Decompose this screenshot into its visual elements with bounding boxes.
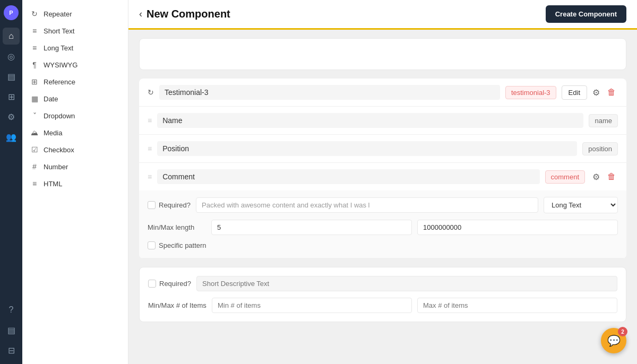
field-comment-header: ≡ comment ⚙ 🗑 xyxy=(139,163,626,190)
wysiwyg-icon: ¶ xyxy=(30,60,39,69)
max-length-input[interactable] xyxy=(417,220,618,235)
bottom-section: Required? Min/Max # of Items xyxy=(139,267,626,322)
page-header: ‹ New Component Create Component xyxy=(128,0,637,30)
chat-bubble[interactable]: 💬 2 xyxy=(601,328,626,353)
sidebar-item-html[interactable]: ≡ HTML xyxy=(22,175,128,192)
component-name-input[interactable] xyxy=(159,85,500,100)
date-icon: ▦ xyxy=(30,94,39,103)
sidebar-label-reference: Reference xyxy=(44,78,75,86)
sidebar-item-number[interactable]: # Number xyxy=(22,158,128,175)
repeater-icon: ↻ xyxy=(30,10,39,18)
type-select[interactable]: Long Text Short Text WYSIWYG HTML xyxy=(544,197,618,213)
bottom-minmax-row: Min/Max # of Items xyxy=(148,298,617,313)
component-panel: ↻ testimonial-3 Edit ⚙ 🗑 ≡ name ≡ positi xyxy=(139,79,626,258)
main-area: ‹ New Component Create Component ↻ testi… xyxy=(128,0,637,364)
nav-page-icon[interactable]: ▤ xyxy=(3,68,20,85)
min-length-input[interactable] xyxy=(211,220,412,235)
ghost-panel xyxy=(139,38,626,70)
minmax-row: Min/Max length xyxy=(148,220,618,235)
field-row-name: ≡ name xyxy=(139,107,626,135)
component-slug-badge: testimonial-3 xyxy=(505,86,556,99)
bottom-required-wrap: Required? xyxy=(148,280,191,288)
field-gear-button[interactable]: ⚙ xyxy=(590,170,602,184)
chat-icon: 💬 xyxy=(607,334,621,347)
chat-badge: 2 xyxy=(618,327,627,336)
component-header-row: ↻ testimonial-3 Edit ⚙ 🗑 xyxy=(139,79,626,107)
dropdown-icon: ˅ xyxy=(30,111,39,120)
back-button[interactable]: ‹ xyxy=(139,8,142,20)
required-row: Required? Long Text Short Text WYSIWYG H… xyxy=(148,197,618,213)
sidebar-item-long-text[interactable]: ≡ Long Text xyxy=(22,39,128,56)
field-comment-body: Required? Long Text Short Text WYSIWYG H… xyxy=(139,190,626,258)
sidebar-label-wysiwyg: WYSIWYG xyxy=(44,61,78,69)
nav-team-icon[interactable]: 👥 xyxy=(3,128,20,145)
sidebar: ↻ Repeater ≡ Short Text ≡ Long Text ¶ WY… xyxy=(22,0,128,364)
specific-pattern-row: Specific pattern xyxy=(148,241,618,249)
specific-pattern-label: Specific pattern xyxy=(159,241,206,249)
nav-docs-icon[interactable]: ▤ xyxy=(3,322,20,339)
sidebar-label-repeater: Repeater xyxy=(44,10,72,18)
trash-button[interactable]: 🗑 xyxy=(605,85,618,99)
nav-home-icon[interactable]: ⌂ xyxy=(3,28,20,45)
html-icon: ≡ xyxy=(30,179,39,188)
short-text-icon: ≡ xyxy=(30,27,39,35)
sidebar-label-checkbox: Checkbox xyxy=(44,146,74,154)
specific-pattern-checkbox[interactable] xyxy=(148,241,156,249)
sidebar-label-media: Media xyxy=(44,129,62,137)
sidebar-item-checkbox[interactable]: ☑ Checkbox xyxy=(22,141,128,158)
sidebar-label-date: Date xyxy=(44,95,58,103)
component-actions: Edit ⚙ 🗑 xyxy=(562,85,618,100)
minmax-length-label: Min/Max length xyxy=(148,223,206,231)
sidebar-item-repeater[interactable]: ↻ Repeater xyxy=(22,5,128,22)
field-row-position: ≡ position xyxy=(139,135,626,163)
required-label: Required? xyxy=(159,201,191,209)
nav-layers-icon[interactable]: ⊟ xyxy=(3,342,20,359)
bottom-min-input[interactable] xyxy=(212,298,412,313)
create-component-button[interactable]: Create Component xyxy=(546,5,626,23)
placeholder-input[interactable] xyxy=(196,197,538,213)
sidebar-label-long-text: Long Text xyxy=(44,44,73,52)
user-avatar[interactable]: P xyxy=(4,5,19,20)
left-navigation: P ⌂ ◎ ▤ ⊞ ⚙ 👥 ? ▤ ⊟ xyxy=(0,0,22,364)
bottom-required-label: Required? xyxy=(159,280,191,288)
field-slug-comment: comment xyxy=(545,170,585,184)
bottom-minmax-label: Min/Max # of Items xyxy=(148,301,206,309)
sidebar-label-html: HTML xyxy=(44,180,62,188)
checkbox-icon: ☑ xyxy=(30,145,39,154)
sidebar-item-short-text[interactable]: ≡ Short Text xyxy=(22,22,128,39)
refresh-icon[interactable]: ↻ xyxy=(148,88,154,97)
field-name-input[interactable] xyxy=(157,113,583,128)
required-checkbox-wrap: Required? xyxy=(148,201,191,209)
field-slug-position: position xyxy=(582,142,618,155)
sidebar-item-reference[interactable]: ⊞ Reference xyxy=(22,73,128,90)
nav-grid-icon[interactable]: ⊞ xyxy=(3,88,20,105)
bottom-required-checkbox[interactable] xyxy=(148,280,156,288)
bottom-required-row: Required? xyxy=(148,276,617,291)
bottom-placeholder-input[interactable] xyxy=(196,276,617,291)
nav-settings2-icon[interactable]: ⚙ xyxy=(3,108,20,125)
sidebar-label-dropdown: Dropdown xyxy=(44,112,75,120)
field-comment-expanded: ≡ comment ⚙ 🗑 Required? xyxy=(139,163,626,258)
field-trash-button[interactable]: 🗑 xyxy=(605,170,618,184)
number-icon: # xyxy=(30,162,39,171)
edit-button[interactable]: Edit xyxy=(562,85,587,100)
required-checkbox[interactable] xyxy=(148,201,156,209)
drag-handle-name[interactable]: ≡ xyxy=(148,116,152,125)
bottom-max-input[interactable] xyxy=(417,298,617,313)
sidebar-item-date[interactable]: ▦ Date xyxy=(22,90,128,107)
drag-handle-comment[interactable]: ≡ xyxy=(148,172,152,181)
field-position-input[interactable] xyxy=(157,141,577,156)
sidebar-label-short-text: Short Text xyxy=(44,27,74,35)
nav-help-icon[interactable]: ? xyxy=(3,301,20,318)
field-slug-name: name xyxy=(589,114,618,127)
drag-handle-position[interactable]: ≡ xyxy=(148,144,152,153)
sidebar-item-dropdown[interactable]: ˅ Dropdown xyxy=(22,107,128,124)
page-title: New Component xyxy=(147,8,230,20)
gear-button[interactable]: ⚙ xyxy=(590,85,602,100)
sidebar-item-media[interactable]: ⛰ Media xyxy=(22,124,128,141)
long-text-icon: ≡ xyxy=(30,44,39,52)
sidebar-item-wysiwyg[interactable]: ¶ WYSIWYG xyxy=(22,56,128,73)
field-comment-input[interactable] xyxy=(157,169,539,184)
nav-activity-icon[interactable]: ◎ xyxy=(3,48,20,65)
sidebar-label-number: Number xyxy=(44,163,68,171)
